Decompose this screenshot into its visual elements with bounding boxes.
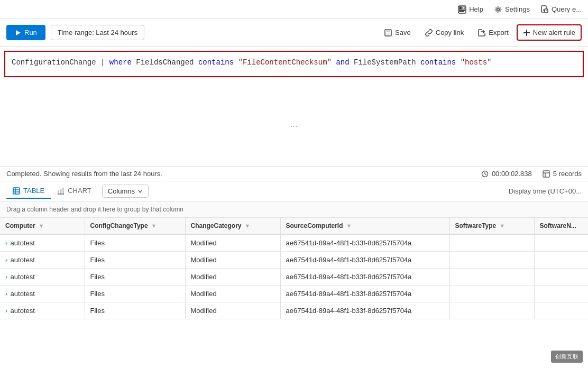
table-header-row: Computer ▼ ConfigChangeType ▼ ChangeCate… [0,218,588,234]
col-header-softwaren[interactable]: SoftwareN... [534,218,588,234]
expand-icon-4[interactable]: › [5,307,7,315]
results-empty-area: ... [0,81,588,166]
help-icon [458,5,466,14]
export-button[interactable]: Export [472,25,514,41]
svg-rect-22 [60,189,62,194]
query-where-keyword: where [109,58,132,67]
svg-rect-9 [387,30,390,32]
cell-softwaretype-0 [449,234,534,252]
cell-computer-0: › autotest [0,234,85,252]
tab-table[interactable]: TABLE [6,183,51,199]
run-button[interactable]: Run [6,25,45,40]
svg-rect-23 [62,188,64,194]
gear-icon [494,5,502,14]
help-nav-item[interactable]: Help [458,5,483,14]
query-and-keyword: and [336,58,349,67]
col-header-changecategory[interactable]: ChangeCategory ▼ [185,218,280,234]
cell-sourcecomputerid-2: ae67541d-89a4-48f1-b33f-8d6257f5704a [280,269,449,286]
svg-rect-4 [463,7,465,9]
cell-sourcecomputerid-4: ae67541d-89a4-48f1-b33f-8d6257f5704a [280,302,449,319]
records-meta: 5 records [543,170,582,178]
copy-link-label: Copy link [436,29,464,36]
cell-sourcecomputerid-3: ae67541d-89a4-48f1-b33f-8d6257f5704a [280,286,449,302]
col-header-configchangetype[interactable]: ConfigChangeType ▼ [85,218,185,234]
chevron-down-icon [137,189,143,194]
cell-changecategory-3: Modified [185,286,280,302]
query-contains-1: contains [198,58,234,67]
drag-hint: Drag a column header and drop it here to… [0,201,588,218]
table-row[interactable]: › autotest Files Modified ae67541d-89a4-… [0,302,588,319]
table-row[interactable]: › autotest Files Modified ae67541d-89a4-… [0,286,588,302]
query-pipe: | [100,58,109,67]
display-time: Display time (UTC+00... [509,187,582,195]
status-meta: 00:00:02.838 5 records [481,170,582,178]
expand-icon-2[interactable]: › [5,273,7,281]
query-contains-2: contains [420,58,456,67]
table-row[interactable]: › autotest Files Modified ae67541d-89a4-… [0,252,588,269]
cell-sourcecomputerid-1: ae67541d-89a4-48f1-b33f-8d6257f5704a [280,252,449,269]
query-explorer-label: Query e... [552,5,582,13]
watermark: 创新互联 [551,351,583,363]
svg-rect-2 [460,10,465,11]
tab-chart[interactable]: CHART [51,183,98,199]
tab-table-label: TABLE [23,187,44,195]
filter-icon-softwaretype[interactable]: ▼ [499,223,505,229]
save-label: Save [395,29,411,36]
cell-changecategory-2: Modified [185,269,280,286]
toolbar: Run Time range: Last 24 hours Save Copy … [0,19,588,47]
col-configchangetype-label: ConfigChangeType [90,222,148,229]
settings-label: Settings [505,5,530,13]
query-explorer-nav-item[interactable]: Query e... [540,5,582,14]
filter-icon-sourcecomputerid[interactable]: ▼ [346,223,352,229]
cell-configchangetype-0: Files [85,234,185,252]
cell-changecategory-1: Modified [185,252,280,269]
duration-value: 00:00:02.838 [492,170,532,178]
col-header-softwaretype[interactable]: SoftwareType ▼ [449,218,534,234]
query-string-1: "FileContentChecksum" [238,58,332,67]
cell-softwaren-1 [534,252,588,269]
col-header-computer[interactable]: Computer ▼ [0,218,85,234]
settings-nav-item[interactable]: Settings [494,5,530,14]
col-computer-label: Computer [5,222,35,229]
col-softwaretype-label: SoftwareType [455,222,497,229]
watermark-text: 创新互联 [555,353,578,360]
svg-rect-17 [13,188,20,194]
copy-link-button[interactable]: Copy link [419,25,470,41]
table-body: › autotest Files Modified ae67541d-89a4-… [0,234,588,319]
duration-meta: 00:00:02.838 [481,170,532,178]
columns-button[interactable]: Columns [102,185,149,198]
cell-computer-1: › autotest [0,252,85,269]
svg-rect-3 [460,11,464,12]
filter-icon-configchange[interactable]: ▼ [151,223,157,229]
filter-icon-changecategory[interactable]: ▼ [245,223,251,229]
cell-softwaretype-1 [449,252,534,269]
cell-configchangetype-4: Files [85,302,185,319]
run-label: Run [24,29,37,36]
query-editor[interactable]: ConfigurationChange | where FieldsChange… [4,51,584,77]
table-row[interactable]: › autotest Files Modified ae67541d-89a4-… [0,269,588,286]
expand-icon-1[interactable]: › [5,256,7,264]
svg-rect-1 [460,7,462,9]
new-alert-label: New alert rule [533,29,575,36]
expand-icon-3[interactable]: › [5,290,7,298]
results-placeholder: ... [290,118,298,130]
columns-label: Columns [108,187,135,195]
data-table-wrapper[interactable]: Computer ▼ ConfigChangeType ▼ ChangeCate… [0,218,588,319]
cell-computer-3: › autotest [0,286,85,302]
col-softwaren-label: SoftwareN... [540,222,576,229]
new-alert-button[interactable]: New alert rule [517,24,582,41]
col-header-sourcecomputerid[interactable]: SourceComputerId ▼ [280,218,449,234]
status-bar: Completed. Showing results from the last… [0,166,588,181]
play-icon [15,30,21,36]
records-icon [543,170,550,178]
svg-rect-21 [58,190,59,194]
filter-icon-computer[interactable]: ▼ [39,223,44,229]
save-button[interactable]: Save [378,25,417,41]
time-range-button[interactable]: Time range: Last 24 hours [51,25,144,40]
table-row[interactable]: › autotest Files Modified ae67541d-89a4-… [0,234,588,252]
cell-changecategory-4: Modified [185,302,280,319]
cell-softwaren-2 [534,269,588,286]
export-label: Export [489,29,509,36]
cell-softwaren-0 [534,234,588,252]
expand-icon-0[interactable]: › [5,240,7,247]
